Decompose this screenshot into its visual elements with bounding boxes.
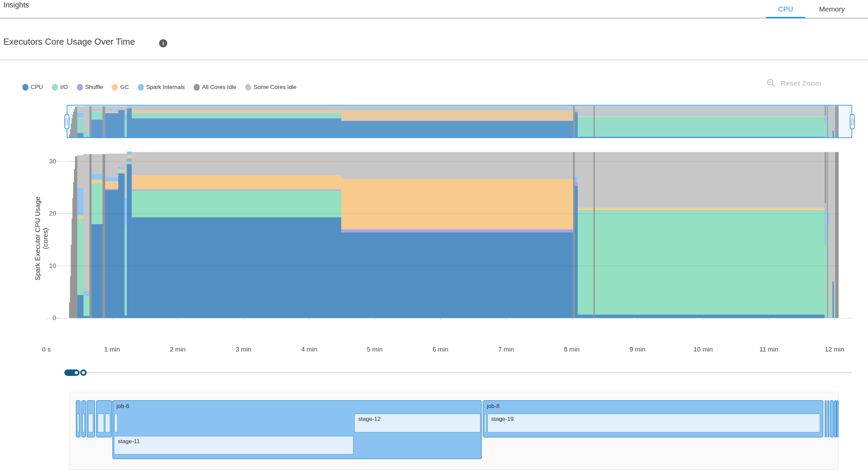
info-icon[interactable]: i <box>159 39 167 47</box>
job-bar-small-8[interactable] <box>830 400 834 437</box>
legend-item-some_idle[interactable]: Some Cores Idle <box>245 84 297 91</box>
legend-item-cpu[interactable]: CPU <box>22 84 43 91</box>
stage-label-stage-11: stage-11 <box>114 436 353 445</box>
page-title: Insights <box>3 1 29 9</box>
brush-handle-right[interactable] <box>850 114 855 129</box>
x-tick-11: 11 min <box>754 346 784 353</box>
stage-bar-small-5-0[interactable] <box>484 413 486 433</box>
stage-bar-small-2-0[interactable] <box>88 413 93 433</box>
stage-bar-small-3-0[interactable] <box>97 413 104 433</box>
legend-item-all_idle[interactable]: All Cores Idle <box>194 84 236 91</box>
legend-dot-some_idle <box>245 84 251 91</box>
legend-dot-gc <box>112 84 118 91</box>
legend-label-io: I/O <box>60 84 68 91</box>
legend-label-internals: Spark Internals <box>146 84 185 91</box>
x-tick-1: 1 min <box>97 346 127 353</box>
header-divider <box>0 18 868 19</box>
job-bar-small-10[interactable] <box>837 400 839 437</box>
brush-selection[interactable] <box>67 106 851 137</box>
stage-label-stage-19: stage-19 <box>488 414 820 423</box>
stage-bar-small-0-0[interactable] <box>77 413 80 433</box>
legend-label-gc: GC <box>120 84 129 91</box>
section-title: Executors Core Usage Over Time <box>3 37 135 47</box>
job-bar-small-6[interactable] <box>825 400 827 437</box>
x-tick-10: 10 min <box>688 346 718 353</box>
x-tick-9: 9 min <box>622 346 653 353</box>
reset-zoom-button[interactable]: Reset Zoom <box>766 78 821 88</box>
zoom-out-icon <box>766 78 776 88</box>
stage-label-stage-12: stage-12 <box>355 414 480 423</box>
x-tick-7: 7 min <box>491 346 521 353</box>
x-tick-2: 2 min <box>162 346 193 353</box>
stage-bar-small-1-0[interactable] <box>82 413 85 433</box>
tab-cpu[interactable]: CPU <box>766 1 805 17</box>
legend-dot-shuffle <box>77 84 83 91</box>
stage-bar-small-4-0[interactable] <box>114 413 118 433</box>
stage-bar-stage-11[interactable]: stage-11 <box>114 436 354 455</box>
legend-dot-all_idle <box>194 84 200 91</box>
legend-label-some_idle: Some Cores Idle <box>254 84 297 91</box>
x-tick-8: 8 min <box>557 346 587 353</box>
legend-item-io[interactable]: I/O <box>52 84 68 91</box>
x-tick-4: 4 min <box>294 346 324 353</box>
x-tick-0: 0 s <box>31 346 62 353</box>
cpu-usage-area-chart[interactable] <box>0 149 868 325</box>
x-tick-3: 3 min <box>228 346 259 353</box>
x-tick-5: 5 min <box>360 346 390 353</box>
legend-dot-cpu <box>22 84 28 91</box>
chart-legend: CPUI/OShuffleGCSpark InternalsAll Cores … <box>22 84 297 91</box>
job-label-job-6: job-6 <box>113 401 481 410</box>
stage-bar-stage-12[interactable]: stage-12 <box>354 413 481 433</box>
tab-memory[interactable]: Memory <box>812 1 851 17</box>
stage-bar-small-3-1[interactable] <box>105 413 110 433</box>
legend-item-gc[interactable]: GC <box>112 84 129 91</box>
legend-label-shuffle: Shuffle <box>85 84 103 91</box>
minimap-brush-area[interactable] <box>67 105 852 138</box>
x-tick-6: 6 min <box>425 346 456 353</box>
legend-dot-io <box>52 84 58 91</box>
reset-zoom-label: Reset Zoom <box>781 79 821 87</box>
x-tick-12: 12 min <box>819 346 850 353</box>
insights-page: Insights CPU Memory Executors Core Usage… <box>0 0 868 475</box>
job-bar-small-7[interactable] <box>827 400 829 437</box>
legend-item-shuffle[interactable]: Shuffle <box>77 84 103 91</box>
time-range-slider-track[interactable] <box>64 372 852 373</box>
slider-handle-right[interactable] <box>80 369 87 376</box>
active-tab-underline <box>766 17 805 18</box>
legend-label-cpu: CPU <box>31 84 43 91</box>
stage-bar-stage-19[interactable]: stage-19 <box>487 413 820 433</box>
legend-dot-internals <box>138 84 144 91</box>
job-label-job-8: job-8 <box>483 401 823 410</box>
job-bar-small-9[interactable] <box>834 400 837 437</box>
legend-label-all_idle: All Cores Idle <box>202 84 236 91</box>
slider-handle-left[interactable] <box>73 369 80 376</box>
brush-handle-left[interactable] <box>64 114 69 129</box>
section-divider <box>0 60 868 60</box>
legend-item-internals[interactable]: Spark Internals <box>138 84 185 91</box>
